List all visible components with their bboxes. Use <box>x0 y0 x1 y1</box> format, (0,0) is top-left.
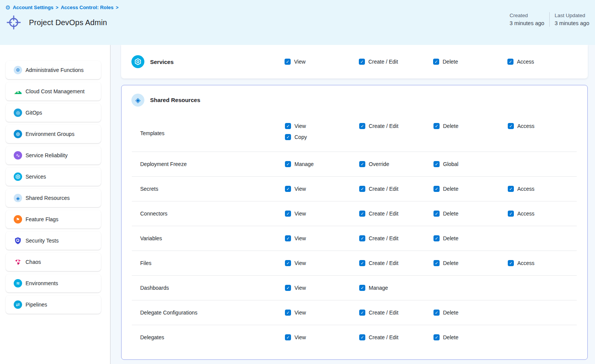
checkbox-services-access[interactable]: Access <box>507 59 588 65</box>
checkbox-variables-create-edit[interactable]: Create / Edit <box>359 235 433 241</box>
sidebar-item-service-reliability[interactable]: Service Reliability <box>6 146 101 164</box>
row-label: Files <box>132 260 285 266</box>
permission-row-templates: Templates View Copy <box>132 115 577 152</box>
checkbox-checked-icon <box>285 285 291 291</box>
checkbox-checked-icon <box>285 260 291 266</box>
checkbox-label: Access <box>517 123 534 129</box>
checkbox-connectors-view[interactable]: View <box>285 211 359 217</box>
created-value: 3 minutes ago <box>510 19 544 27</box>
checkbox-files-view[interactable]: View <box>285 260 359 266</box>
cell: Manage <box>359 285 433 291</box>
card-title: Shared Resources <box>150 97 200 103</box>
checkbox-secrets-delete[interactable]: Delete <box>433 186 508 192</box>
checkbox-label: View <box>294 123 306 129</box>
checkbox-checked-icon <box>285 235 291 241</box>
checkbox-label: Copy <box>294 134 307 140</box>
checkbox-services-create-edit[interactable]: Create / Edit <box>359 59 433 65</box>
sidebar-item-gitops[interactable]: GitOps <box>6 104 101 122</box>
dollar-glyph: $ <box>17 90 19 94</box>
checkbox-secrets-access[interactable]: Access <box>508 186 577 192</box>
checkbox-templates-create-edit[interactable]: Create / Edit <box>359 123 433 129</box>
sidebar-item-administrative-functions[interactable]: Administrative Functions <box>6 61 101 79</box>
sidebar-item-environment-groups[interactable]: Environment Groups <box>6 125 101 143</box>
row-label: Delegates <box>132 334 285 340</box>
checkbox-checked-icon <box>359 123 365 129</box>
checkbox-deployment-freeze-manage[interactable]: Manage <box>285 161 359 167</box>
cell: Global <box>433 161 508 167</box>
sidebar-item-pipelines[interactable]: Pipelines <box>6 295 101 314</box>
checkbox-delegates-create-edit[interactable]: Create / Edit <box>359 334 433 340</box>
checkbox-delegates-view[interactable]: View <box>285 334 359 340</box>
checkbox-checked-icon <box>433 334 440 340</box>
checkbox-deployment-freeze-override[interactable]: Override <box>359 161 433 167</box>
checkbox-checked-icon <box>508 211 514 217</box>
checkbox-checked-icon <box>285 334 291 340</box>
checkbox-label: Create / Edit <box>369 235 398 241</box>
checkbox-variables-view[interactable]: View <box>285 235 359 241</box>
sidebar-item-chaos[interactable]: Chaos <box>6 253 101 271</box>
chaos-icon <box>14 258 22 266</box>
checkbox-services-view[interactable]: View <box>285 59 359 65</box>
sidebar-item-security-tests[interactable]: Security Tests <box>6 231 101 250</box>
checkbox-connectors-delete[interactable]: Delete <box>433 211 508 217</box>
sidebar-item-cloud-cost-management[interactable]: $ Cloud Cost Management <box>6 82 101 101</box>
target-crosshair-icon <box>6 15 21 30</box>
cell: Access <box>508 211 577 217</box>
sidebar-item-services[interactable]: Services <box>6 168 101 186</box>
checkbox-connectors-create-edit[interactable]: Create / Edit <box>359 211 433 217</box>
checkbox-checked-icon <box>359 59 365 65</box>
card-title: Services <box>150 59 174 65</box>
checkbox-checked-icon <box>285 123 291 129</box>
checkbox-templates-delete[interactable]: Delete <box>433 123 508 129</box>
checkbox-secrets-create-edit[interactable]: Create / Edit <box>359 186 433 192</box>
checkbox-checked-icon <box>359 334 365 340</box>
checkbox-services-delete[interactable]: Delete <box>433 59 507 65</box>
breadcrumb-link-access-control-roles[interactable]: Access Control: Roles <box>61 5 114 10</box>
checkbox-variables-delete[interactable]: Delete <box>433 235 508 241</box>
cell: Delete <box>433 235 508 241</box>
sidebar-item-label: GitOps <box>26 110 42 116</box>
checkbox-files-create-edit[interactable]: Create / Edit <box>359 260 433 266</box>
cell: Create / Edit <box>359 260 433 266</box>
permission-row-delegates: Delegates View Create / Edit <box>132 325 577 350</box>
checkbox-checked-icon <box>508 186 514 192</box>
gitops-icon <box>14 109 22 117</box>
breadcrumb-link-account-settings[interactable]: Account Settings <box>13 5 53 10</box>
checkbox-templates-access[interactable]: Access <box>508 123 577 129</box>
checkbox-dashboards-view[interactable]: View <box>285 285 359 291</box>
shared-resources-permissions-card: Shared Resources Templates View Copy <box>121 85 588 360</box>
checkbox-templates-copy[interactable]: Copy <box>285 134 359 140</box>
checkbox-label: Delete <box>443 211 458 217</box>
checkbox-delegate-configurations-view[interactable]: View <box>285 310 359 316</box>
checkbox-checked-icon <box>359 186 365 192</box>
checkbox-label: View <box>294 310 306 316</box>
title-row: Project DevOps Admin <box>5 15 595 30</box>
checkbox-files-access[interactable]: Access <box>508 260 577 266</box>
page-header: Account Settings > Access Control: Roles… <box>0 0 595 45</box>
row-label: Connectors <box>132 211 285 217</box>
checkbox-checked-icon <box>507 59 513 65</box>
checkbox-label: Create / Edit <box>368 59 398 65</box>
checkbox-deployment-freeze-global[interactable]: Global <box>433 161 508 167</box>
checkbox-files-delete[interactable]: Delete <box>433 260 508 266</box>
checkbox-delegate-configurations-create-edit[interactable]: Create / Edit <box>359 310 433 316</box>
sidebar-item-shared-resources[interactable]: Shared Resources <box>6 189 101 207</box>
sidebar-item-feature-flags[interactable]: Feature Flags <box>6 210 101 228</box>
sidebar-item-label: Cloud Cost Management <box>26 88 85 94</box>
checkbox-templates-view[interactable]: View <box>285 123 359 129</box>
checkbox-dashboards-manage[interactable]: Manage <box>359 285 433 291</box>
resource-category-sidebar: Administrative Functions $ Cloud Cost Ma… <box>0 45 110 364</box>
breadcrumb: Account Settings > Access Control: Roles… <box>5 5 595 10</box>
row-label: Deployment Freeze <box>132 161 285 167</box>
checkbox-connectors-access[interactable]: Access <box>508 211 577 217</box>
checkbox-label: Access <box>517 260 534 266</box>
checkbox-secrets-view[interactable]: View <box>285 186 359 192</box>
environments-icon <box>14 279 22 287</box>
sidebar-item-environments[interactable]: Environments <box>6 274 101 292</box>
checkbox-delegates-delete[interactable]: Delete <box>433 334 508 340</box>
checkbox-label: Delete <box>443 186 458 192</box>
checkbox-label: Access <box>517 186 534 192</box>
permission-row-variables: Variables View Create / Edit <box>132 226 577 251</box>
services-card-header: Services <box>121 55 285 68</box>
checkbox-delegate-configurations-delete[interactable]: Delete <box>433 310 508 316</box>
